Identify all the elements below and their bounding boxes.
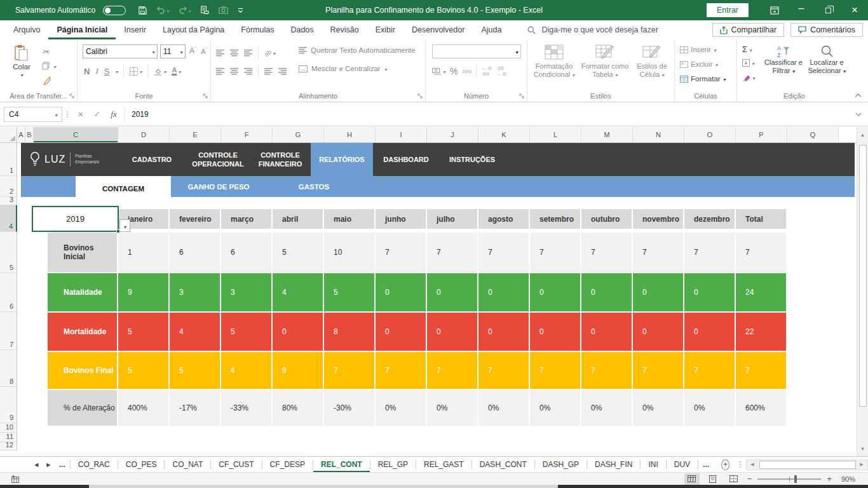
sheet-tab-rel-cont[interactable]: REL_CONT [313, 457, 370, 472]
column-header-i[interactable]: I [376, 127, 427, 142]
report-cell[interactable]: 7 [684, 233, 735, 272]
print-preview-button[interactable] [200, 6, 209, 15]
row-header-6[interactable]: 6 [0, 273, 17, 312]
report-cell[interactable]: 24 [736, 273, 786, 311]
month-header-maio[interactable]: maio [324, 209, 374, 229]
report-cell[interactable]: 0 [478, 313, 529, 351]
redo-button[interactable] [179, 6, 191, 15]
underline-button[interactable]: S [104, 67, 110, 76]
report-cell[interactable]: 0% [684, 390, 735, 426]
select-all-corner[interactable] [0, 127, 17, 143]
zoom-in-button[interactable]: + [827, 474, 832, 484]
report-cell[interactable]: 5 [170, 352, 220, 389]
report-cell[interactable]: 600% [736, 390, 786, 426]
report-cell[interactable]: 400% [118, 390, 168, 426]
sheet-tab-cf-cust[interactable]: CF_CUST [211, 457, 261, 472]
close-button[interactable] [841, 0, 868, 20]
tell-me-search[interactable]: Diga-me o que você deseja fazer [527, 25, 658, 34]
nav-item-controle-financeiro[interactable]: CONTROLE FINANCEIRO [250, 143, 311, 176]
font-size-select[interactable]: 11 [160, 44, 186, 58]
collapse-ribbon-button[interactable] [855, 93, 862, 98]
restore-button[interactable] [815, 0, 841, 20]
autosum-button[interactable]: Σ [742, 44, 752, 54]
zoom-slider[interactable] [757, 478, 821, 480]
report-row-label[interactable]: Mortalidade [48, 313, 117, 351]
hscroll-right-button[interactable]: ▶ [856, 460, 867, 470]
alignment-dialog-launcher[interactable] [417, 93, 423, 98]
cancel-entry-button[interactable] [72, 107, 89, 122]
insert-cells-button[interactable]: Inserir [680, 46, 716, 53]
find-select-button[interactable]: Localizar e Selecionar [806, 44, 848, 75]
align-bottom-icon[interactable] [244, 50, 252, 57]
decrease-indent-icon[interactable] [264, 68, 273, 75]
report-cell[interactable]: 9 [273, 352, 323, 389]
report-cell[interactable]: 0 [684, 313, 735, 351]
font-name-select[interactable]: Calibri [83, 44, 158, 58]
month-header-outubro[interactable]: outubro [581, 209, 632, 229]
sign-in-button[interactable]: Entrar [707, 3, 749, 17]
report-row-label[interactable]: Bovinos Final [48, 352, 117, 389]
tab-scroll-splitter[interactable] [740, 461, 741, 468]
paste-button[interactable]: Colar [6, 44, 37, 78]
report-cell[interactable]: 5 [221, 313, 271, 351]
percent-style-button[interactable]: % [450, 66, 458, 76]
column-header-k[interactable]: K [478, 127, 530, 142]
report-row-label[interactable]: Natalidade [48, 273, 117, 311]
format-as-table-button[interactable]: Formatar como Tabela [580, 44, 630, 79]
row-header-2[interactable]: 2 [0, 176, 17, 197]
add-sheet-button[interactable]: + [721, 459, 729, 470]
copy-button[interactable] [42, 62, 56, 70]
ribbon-tab-desenvolvedor[interactable]: Desenvolvedor [403, 20, 473, 39]
report-cell[interactable]: 80% [273, 390, 323, 426]
delete-cells-button[interactable]: Excluir [680, 60, 718, 68]
scroll-down-button[interactable]: ▼ [857, 441, 868, 456]
sheet-tab-dash-fin[interactable]: DASH_FIN [587, 457, 640, 472]
report-cell[interactable]: 0 [633, 273, 683, 311]
report-cell[interactable]: 7 [530, 233, 580, 272]
zoom-slider-thumb[interactable] [794, 475, 797, 483]
row-header-3[interactable]: 3 [0, 197, 17, 205]
row-header-10[interactable]: 10 [0, 423, 17, 433]
fill-color-button[interactable] [154, 67, 166, 76]
report-cell[interactable]: 0 [633, 313, 683, 351]
confirm-entry-button[interactable] [89, 107, 105, 122]
camera-button[interactable] [219, 6, 228, 14]
report-cell[interactable]: 0% [478, 390, 529, 426]
column-header-o[interactable]: O [684, 127, 736, 142]
sheet-tab-ini[interactable]: INI [641, 457, 665, 472]
nav-item-cadastro[interactable]: CADASTRO [118, 143, 186, 176]
report-cell[interactable]: 7 [633, 233, 683, 272]
sheet-tab-dash-gp[interactable]: DASH_GP [535, 457, 587, 472]
bold-button[interactable]: N [84, 67, 90, 76]
vertical-scrollbar[interactable]: ▲ ▼ [857, 127, 868, 456]
report-cell[interactable]: 0 [478, 273, 529, 311]
sheet-nav-left-button[interactable]: ◀ [31, 457, 43, 472]
subtab-contagem[interactable]: CONTAGEM [76, 176, 171, 201]
report-cell[interactable]: 7 [581, 352, 632, 389]
report-row-label[interactable]: % de Alteração [48, 390, 117, 426]
ribbon-tab-exibir[interactable]: Exibir [367, 20, 403, 39]
font-color-button[interactable]: A [172, 67, 180, 76]
sheet-tab-cf-desp[interactable]: CF_DESP [262, 457, 313, 472]
column-header-e[interactable]: E [170, 127, 221, 142]
clear-button[interactable] [742, 74, 755, 81]
month-header-total[interactable]: Total [736, 209, 786, 229]
column-header-b[interactable]: B [25, 127, 34, 142]
report-cell[interactable]: 0% [633, 390, 683, 426]
report-cell[interactable]: 7 [736, 352, 786, 389]
autosave-toggle[interactable] [103, 6, 126, 15]
column-header-h[interactable]: H [324, 127, 376, 142]
report-cell[interactable]: 7 [427, 352, 477, 389]
ribbon-tab-pagina-inicial[interactable]: Página Inicial [48, 20, 116, 39]
year-dropdown-button[interactable] [119, 219, 130, 232]
report-cell[interactable]: 0% [376, 390, 426, 426]
row-header-12[interactable]: 12 [0, 442, 17, 451]
ribbon-display-options-button[interactable] [761, 0, 788, 20]
report-cell[interactable]: 7 [324, 352, 374, 389]
report-cell[interactable]: 0% [581, 390, 632, 426]
report-cell[interactable]: 0 [530, 273, 580, 311]
horizontal-scroll-thumb[interactable] [759, 461, 856, 469]
orientation-button[interactable]: ab [264, 49, 275, 57]
report-cell[interactable]: 7 [581, 233, 632, 272]
column-header-f[interactable]: F [221, 127, 273, 142]
